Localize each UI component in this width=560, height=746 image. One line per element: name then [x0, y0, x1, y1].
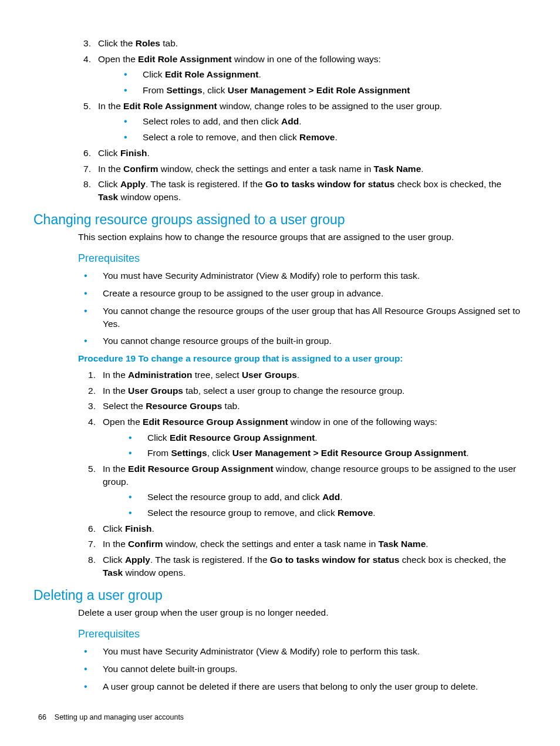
step-4-sub-a: Click Edit Role Assignment.: [98, 68, 522, 81]
top-steps-block: 3.Click the Roles tab. 4.Open the Edit R…: [73, 37, 522, 204]
step-5-sub-a: Select roles to add, and then click Add.: [98, 115, 522, 128]
step-3: 3.Click the Roles tab.: [73, 37, 522, 50]
prereq-item: You cannot change the resource groups of…: [78, 305, 522, 330]
deleting-prereq-heading: Prerequisites: [78, 628, 522, 640]
deleting-intro: Delete a user group when the user group …: [78, 607, 522, 619]
cstep-7: 7.In the Confirm window, check the setti…: [78, 538, 522, 551]
cstep-5-sub-b: Select the resource group to remove, and…: [103, 507, 522, 519]
cstep-1: 1.In the Administration tree, select Use…: [78, 369, 522, 382]
changing-intro: This section explains how to change the …: [78, 231, 522, 244]
page-content: 3.Click the Roles tab. 4.Open the Edit R…: [0, 0, 560, 693]
deleting-content: Delete a user group when the user group …: [78, 607, 522, 693]
prereq-item: You cannot delete built-in groups.: [78, 663, 522, 676]
top-steps-list: 3.Click the Roles tab. 4.Open the Edit R…: [73, 37, 522, 204]
procedure-19-title: Procedure 19 To change a resource group …: [78, 353, 522, 364]
cstep-4: 4.Open the Edit Resource Group Assignmen…: [78, 416, 522, 460]
changing-steps-list: 1.In the Administration tree, select Use…: [78, 369, 522, 579]
cstep-2: 2.In the User Groups tab, select a user …: [78, 384, 522, 397]
step-5-sublist: Select roles to add, and then click Add.…: [98, 115, 522, 143]
step-5-sub-b: Select a role to remove, and then click …: [98, 131, 522, 144]
step-5: 5.In the Edit Role Assignment window, ch…: [73, 100, 522, 144]
step-8: 8.Click Apply. The task is registered. I…: [73, 178, 522, 203]
heading-changing-resource-groups: Changing resource groups assigned to a u…: [33, 212, 522, 228]
cstep-3: 3.Select the Resource Groups tab.: [78, 400, 522, 413]
prereq-item: You must have Security Administrator (Vi…: [78, 645, 522, 658]
cstep-4-sub-a: Click Edit Resource Group Assignment.: [103, 431, 522, 444]
cstep-5-sublist: Select the resource group to add, and cl…: [103, 491, 522, 519]
prereq-item: You must have Security Administrator (Vi…: [78, 269, 522, 282]
page-footer: 66 Setting up and managing user accounts: [38, 713, 184, 721]
cstep-5: 5.In the Edit Resource Group Assignment …: [78, 463, 522, 519]
footer-section-title: Setting up and managing user accounts: [55, 713, 184, 721]
cstep-4-sublist: Click Edit Resource Group Assignment. Fr…: [103, 431, 522, 460]
cstep-4-sub-b: From Settings, click User Management > E…: [103, 447, 522, 460]
step-4: 4.Open the Edit Role Assignment window i…: [73, 53, 522, 97]
prereq-item: Create a resource group to be assigned t…: [78, 287, 522, 300]
step-6: 6.Click Finish.: [73, 147, 522, 160]
cstep-8: 8.Click Apply. The task is registered. I…: [78, 553, 522, 579]
deleting-prereq-list: You must have Security Administrator (Vi…: [78, 645, 522, 693]
page-number: 66: [38, 713, 46, 721]
cstep-5-sub-a: Select the resource group to add, and cl…: [103, 491, 522, 504]
step-4-sublist: Click Edit Role Assignment. From Setting…: [98, 68, 522, 96]
step-4-sub-b: From Settings, click User Management > E…: [98, 84, 522, 97]
cstep-6: 6.Click Finish.: [78, 522, 522, 535]
prereq-item: A user group cannot be deleted if there …: [78, 680, 522, 693]
changing-content: This section explains how to change the …: [78, 231, 522, 579]
step-7: 7.In the Confirm window, check the setti…: [73, 163, 522, 175]
changing-prereq-list: You must have Security Administrator (Vi…: [78, 269, 522, 347]
heading-deleting-user-group: Deleting a user group: [33, 588, 522, 603]
changing-prereq-heading: Prerequisites: [78, 252, 522, 265]
prereq-item: You cannot change resource groups of the…: [78, 335, 522, 347]
